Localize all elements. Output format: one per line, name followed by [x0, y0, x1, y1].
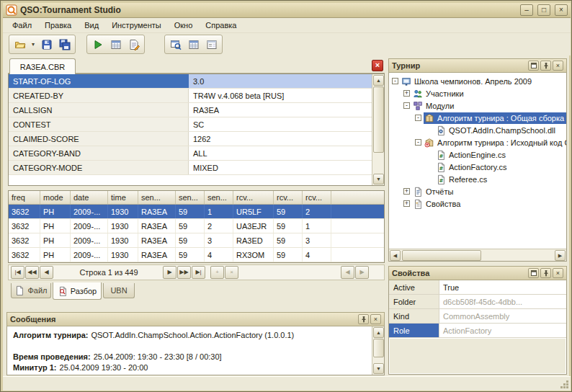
column-header[interactable]: freq	[9, 191, 40, 204]
prev-page-button[interactable]: ◀◀	[25, 266, 39, 279]
table-row[interactable]: CLAIMED-SCORE 1262	[9, 132, 372, 146]
column-header[interactable]: sen...	[138, 191, 176, 204]
resize-grip[interactable]	[560, 380, 569, 389]
scroll-right-button[interactable]: ▶	[355, 266, 369, 279]
table-row[interactable]: CREATED-BY TR4W v.4.068 beta [RUS]	[9, 89, 372, 103]
property-row[interactable]: Folder d6cb508f-45dc-4dbb...	[389, 295, 566, 309]
close-document-button[interactable]: ×	[372, 60, 383, 71]
table-row[interactable]: 3632 PH 2009-... 1930 RA3EA 59 3 RA3ED 5…	[9, 233, 384, 248]
column-header[interactable]: mode	[40, 191, 71, 204]
tab-ubn[interactable]: UBN	[103, 283, 135, 298]
append-record-button[interactable]: +	[210, 266, 224, 279]
column-header[interactable]: sen...	[176, 191, 205, 204]
table-row[interactable]: CATEGORY-MODE MIXED	[9, 161, 372, 175]
save-all-button[interactable]	[56, 37, 73, 53]
collapse-icon[interactable]: -	[403, 102, 410, 109]
property-row[interactable]: Active True	[389, 280, 566, 295]
column-header[interactable]: rcv...	[233, 191, 274, 204]
tree-node[interactable]: ActionEngine.cs	[389, 148, 566, 161]
scroll-right-icon[interactable]: ▶	[555, 250, 566, 261]
property-row[interactable]: Role ActionFactory	[389, 324, 566, 338]
tree-node[interactable]: + Участники	[389, 87, 566, 99]
search-window-button[interactable]	[167, 37, 184, 53]
next-page-button[interactable]: ▶▶	[177, 266, 191, 279]
table-row[interactable]: CALLSIGN RA3EA	[9, 103, 372, 117]
first-record-button[interactable]: |◀	[11, 266, 24, 279]
tree-node[interactable]: + Свойства	[389, 197, 566, 210]
tree-node[interactable]: Referee.cs	[389, 173, 566, 185]
menu-view[interactable]: Вид	[78, 19, 105, 32]
delete-record-button[interactable]: ×	[225, 266, 238, 279]
horizontal-scrollbar[interactable]: ◀ ▶	[389, 249, 566, 261]
tree-node-label: Участники	[426, 89, 464, 98]
prev-record-button[interactable]: ◀	[40, 266, 53, 279]
scroll-down-icon[interactable]: ▼	[373, 363, 384, 374]
open-dropdown-caret[interactable]: ▾	[30, 37, 37, 53]
report-button[interactable]	[125, 37, 142, 53]
run-button[interactable]	[89, 37, 106, 53]
scrollbar-thumb[interactable]	[373, 339, 384, 357]
scroll-down-icon[interactable]: ▼	[373, 174, 384, 184]
column-header[interactable]: date	[71, 191, 108, 204]
menu-tools[interactable]: Инструменты	[105, 19, 168, 32]
tree-node[interactable]: - Алгоритм турнира : Общая сборка	[389, 112, 566, 124]
pin-button[interactable]	[540, 61, 551, 71]
tree-node[interactable]: + Отчёты	[389, 185, 566, 197]
scroll-left-button[interactable]: ◀	[341, 266, 354, 279]
column-header[interactable]: rcv...	[274, 191, 303, 204]
table-row[interactable]: CONTEST SC	[9, 117, 372, 132]
column-header[interactable]: rcv...	[303, 191, 331, 204]
table-row[interactable]: 3632 PH 2009-... 1930 RA3EA 59 2 UA3EJR …	[9, 219, 384, 233]
pin-button[interactable]	[540, 268, 551, 278]
table-row[interactable]: 3632 PH 2009-... 1930 RA3EA 59 1 UR5LF 5…	[9, 205, 384, 219]
vertical-scrollbar[interactable]: ▲ ▼	[372, 74, 384, 185]
maximize-button[interactable]: □	[537, 4, 550, 16]
last-record-button[interactable]: ▶|	[192, 266, 205, 279]
tree-node[interactable]: - Модули	[389, 99, 566, 112]
table-view-button[interactable]	[185, 37, 202, 53]
tree-node[interactable]: ActionFactory.cs	[389, 161, 566, 173]
window-position-button[interactable]	[528, 268, 539, 278]
tree-node[interactable]: QSOT.AddIn.ChampSchool.dll	[389, 124, 566, 136]
tab-parse[interactable]: Разбор	[53, 282, 102, 300]
messages-splitter[interactable]	[6, 303, 385, 311]
close-panel-button[interactable]: ×	[370, 314, 381, 324]
scroll-left-icon[interactable]: ◀	[390, 250, 401, 261]
scrollbar-thumb[interactable]	[402, 250, 481, 261]
form-view-button[interactable]	[203, 37, 220, 53]
expand-icon[interactable]: +	[403, 90, 410, 97]
window-position-button[interactable]	[528, 61, 539, 71]
expand-icon[interactable]: +	[403, 200, 410, 207]
column-header[interactable]: time	[108, 191, 138, 204]
close-panel-button[interactable]: ×	[553, 61, 563, 71]
pin-button[interactable]	[358, 314, 369, 324]
collapse-icon[interactable]: -	[415, 139, 421, 146]
vertical-scrollbar[interactable]: ▲ ▼	[372, 326, 384, 375]
document-tab[interactable]: RA3EA.CBR	[9, 58, 76, 74]
menu-help[interactable]: Справка	[199, 19, 243, 32]
scroll-up-icon[interactable]: ▲	[373, 327, 384, 338]
collapse-icon[interactable]: -	[392, 78, 398, 84]
table-row[interactable]: 3632 PH 2009-... 1930 RA3EA 59 4 RX3OM 5…	[9, 248, 384, 262]
menu-file[interactable]: Файл	[6, 19, 38, 32]
close-button[interactable]: ×	[555, 4, 568, 16]
menu-edit[interactable]: Правка	[38, 19, 78, 32]
save-button[interactable]	[38, 37, 55, 53]
tab-file[interactable]: Файл	[11, 283, 51, 298]
tree-node[interactable]: - Школа чемпионов. Апрель 2009	[389, 75, 566, 87]
scrollbar-thumb[interactable]	[373, 86, 384, 153]
open-button[interactable]	[12, 37, 28, 53]
expand-icon[interactable]: +	[403, 188, 410, 195]
table-row[interactable]: CATEGORY-BAND ALL	[9, 146, 372, 161]
tree-node[interactable]: - Алгоритм турнира : Исходный код C	[389, 136, 566, 148]
minimize-button[interactable]: –	[520, 4, 533, 16]
menu-window[interactable]: Окно	[168, 19, 200, 32]
column-header[interactable]: sen...	[205, 191, 233, 204]
next-record-button[interactable]: ▶	[163, 266, 176, 279]
scroll-up-icon[interactable]: ▲	[373, 75, 384, 86]
table-row[interactable]: START-OF-LOG 3.0	[9, 74, 372, 89]
property-row[interactable]: Kind CommonAssembly	[389, 309, 566, 324]
calendar-button[interactable]	[107, 37, 124, 53]
close-panel-button[interactable]: ×	[553, 268, 563, 278]
collapse-icon[interactable]: -	[415, 115, 421, 121]
